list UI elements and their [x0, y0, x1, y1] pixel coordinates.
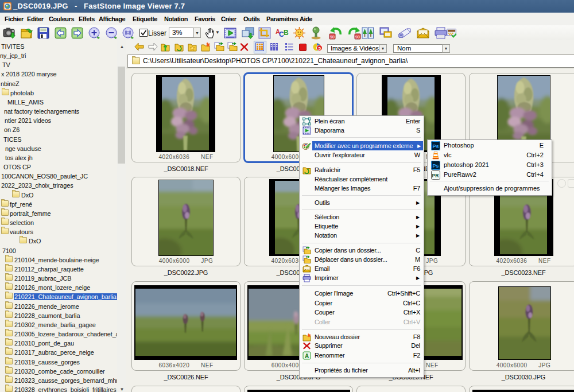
- svg-text:90: 90: [330, 35, 335, 39]
- svg-text:5: 5: [319, 46, 321, 51]
- svg-text:90: 90: [355, 35, 360, 39]
- svg-text:Ps: Ps: [433, 163, 439, 169]
- svg-text:PR: PR: [432, 173, 439, 178]
- svg-text:Ps: Ps: [433, 143, 439, 149]
- svg-text:B: B: [284, 29, 289, 37]
- svg-text:A: A: [305, 353, 309, 359]
